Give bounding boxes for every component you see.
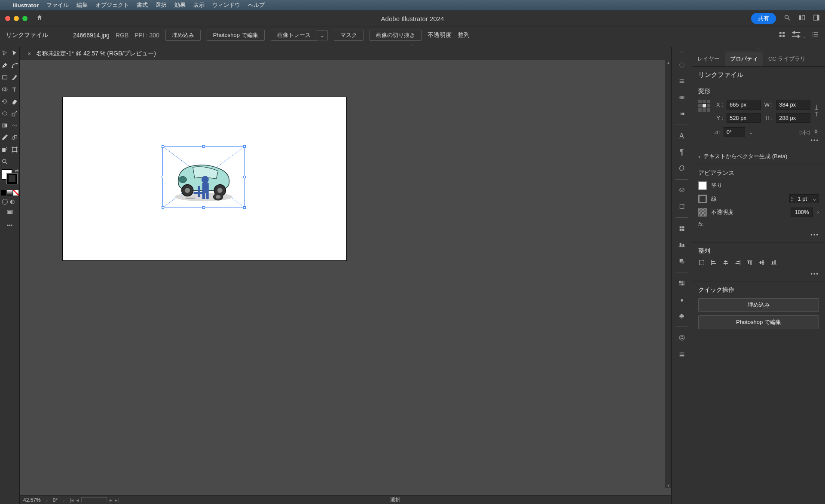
reference-point-selector[interactable] (698, 100, 710, 112)
stroke-weight-input[interactable]: ▴▾ 1 pt ⌄ (789, 194, 819, 203)
opacity-input[interactable]: 100% (791, 208, 813, 217)
window-close-button[interactable] (5, 16, 10, 21)
pathfinder-panel-icon[interactable] (676, 256, 688, 267)
zoom-tool[interactable] (0, 156, 10, 168)
align-panel-icon[interactable] (676, 239, 688, 250)
hand-tool[interactable] (10, 156, 20, 168)
shape-builder-tool[interactable] (0, 83, 10, 95)
stroke-swatch-prop[interactable] (698, 195, 707, 203)
character-panel-icon[interactable]: A (676, 130, 688, 141)
arrange-documents-icon[interactable] (798, 14, 805, 23)
y-input[interactable]: 528 px (727, 113, 761, 123)
color-swatch-none[interactable] (13, 190, 18, 195)
embed-button[interactable]: 埋め込み (165, 30, 201, 41)
share-button[interactable]: 共有 (751, 13, 776, 24)
linked-filename[interactable]: 24666914.jpg (73, 32, 110, 39)
menu-select[interactable]: 選択 (156, 1, 167, 9)
home-icon[interactable] (36, 14, 43, 23)
pen-tool[interactable] (0, 59, 10, 71)
fill-swatch-prop[interactable] (698, 181, 707, 190)
tab-properties[interactable]: プロパティ (725, 52, 763, 66)
menu-type[interactable]: 書式 (137, 1, 148, 9)
quick-edit-ps-button[interactable]: Photoshop で編集 (698, 315, 819, 329)
artboard-tool[interactable] (10, 144, 20, 156)
crop-image-button[interactable]: 画像の切り抜き (370, 30, 422, 41)
tab-layers[interactable]: レイヤー (692, 52, 725, 66)
menu-edit[interactable]: 編集 (76, 1, 88, 9)
close-tab-icon[interactable]: × (28, 50, 31, 57)
fx-label[interactable]: fx. (698, 221, 704, 227)
text-to-vector-expand[interactable]: › テキストからベクター生成 (Beta) (698, 153, 819, 160)
flip-vertical-icon[interactable] (813, 128, 819, 136)
essentials-grid-icon[interactable] (779, 31, 785, 39)
align-to-icon[interactable] (698, 259, 705, 267)
x-input[interactable]: 665 px (727, 100, 761, 110)
paragraph-panel-icon[interactable]: ¶ (676, 147, 688, 158)
workspace-icon[interactable] (813, 14, 820, 23)
artboards-panel-icon[interactable] (676, 201, 688, 212)
draw-normal-icon[interactable]: ◯ (2, 198, 8, 205)
color-guide-panel-icon[interactable] (676, 278, 688, 289)
selection-bounding-box[interactable] (162, 146, 245, 208)
transparency-panel-icon[interactable] (676, 92, 688, 103)
document-tab[interactable]: × 名称未設定-1* @ 42.57 % (RGB/プレビュー) (23, 50, 160, 58)
opacity-label[interactable]: 不透明度 (428, 31, 452, 39)
mask-button[interactable]: マスク (334, 30, 364, 41)
appearance-more-icon[interactable]: ••• (698, 232, 819, 238)
edit-toolbar-icon[interactable]: ••• (0, 220, 19, 231)
rectangle-tool[interactable] (0, 71, 10, 83)
swap-fill-stroke-icon[interactable]: ⇄ (15, 168, 18, 173)
color-swatch-solid[interactable] (1, 190, 6, 195)
align-top-icon[interactable] (746, 259, 753, 267)
transform-more-icon[interactable]: ••• (698, 137, 819, 144)
menu-lines-icon[interactable] (676, 76, 688, 87)
image-trace-button[interactable]: 画像トレース (271, 30, 317, 41)
rotate-angle-input[interactable]: 0° (724, 127, 745, 137)
preferences-icon[interactable]: ⌄ (791, 31, 806, 39)
menu-help[interactable]: ヘルプ (248, 1, 265, 9)
stroke-swatch[interactable] (7, 174, 17, 184)
menu-object[interactable]: オブジェクト (95, 1, 129, 9)
screen-mode-icon[interactable] (0, 206, 19, 220)
swatches-panel-icon[interactable] (676, 223, 688, 234)
gradient-tool[interactable] (0, 119, 10, 131)
align-bottom-icon[interactable] (770, 259, 777, 267)
align-hcenter-icon[interactable] (722, 259, 729, 267)
rotate-tool[interactable] (0, 95, 10, 107)
opentype-panel-icon[interactable]: O (676, 163, 688, 174)
quick-embed-button[interactable]: 埋め込み (698, 298, 819, 312)
recolor-panel-icon[interactable] (676, 332, 688, 343)
window-minimize-button[interactable] (14, 16, 19, 21)
angle-dropdown-icon[interactable]: ⌄ (749, 129, 753, 135)
opacity-expand-icon[interactable]: › (817, 209, 819, 215)
h-input[interactable]: 288 px (776, 113, 810, 123)
canvas[interactable]: ▴▾ (20, 60, 671, 495)
eraser-tool[interactable] (10, 95, 20, 107)
align-left-icon[interactable] (710, 259, 717, 267)
zoom-level[interactable]: 42.57% (23, 497, 41, 503)
color-swatch-gradient[interactable] (7, 190, 12, 195)
align-right-icon[interactable] (734, 259, 741, 267)
direct-selection-tool[interactable] (10, 47, 20, 59)
color-panel-icon[interactable] (676, 59, 688, 70)
list-menu-icon[interactable] (812, 31, 819, 39)
menu-view[interactable]: 表示 (193, 1, 205, 9)
edit-in-photoshop-button[interactable]: Photoshop で編集 (207, 30, 265, 41)
paintbrush-tool[interactable] (10, 71, 20, 83)
menu-app-name[interactable]: Illustrator (13, 2, 39, 9)
menu-file[interactable]: ファイル (46, 1, 69, 9)
selection-tool[interactable] (0, 47, 10, 59)
gradient-panel-icon[interactable] (676, 108, 688, 119)
image-trace-dropdown-icon[interactable]: ⌄ (317, 30, 328, 40)
menu-effect[interactable]: 効果 (174, 1, 186, 9)
type-tool[interactable]: T (10, 83, 20, 95)
flip-horizontal-icon[interactable]: ▷|◁ (800, 129, 810, 135)
eyedropper-tool[interactable] (0, 131, 10, 144)
symbol-sprayer-tool[interactable] (0, 144, 10, 156)
search-icon[interactable] (784, 14, 791, 23)
layers-panel-icon[interactable] (676, 185, 688, 196)
align-vcenter-icon[interactable] (758, 259, 765, 267)
ellipse-tool[interactable] (0, 107, 10, 119)
symbols-panel-icon[interactable]: ♣ (676, 310, 688, 321)
blend-tool[interactable] (10, 131, 20, 144)
